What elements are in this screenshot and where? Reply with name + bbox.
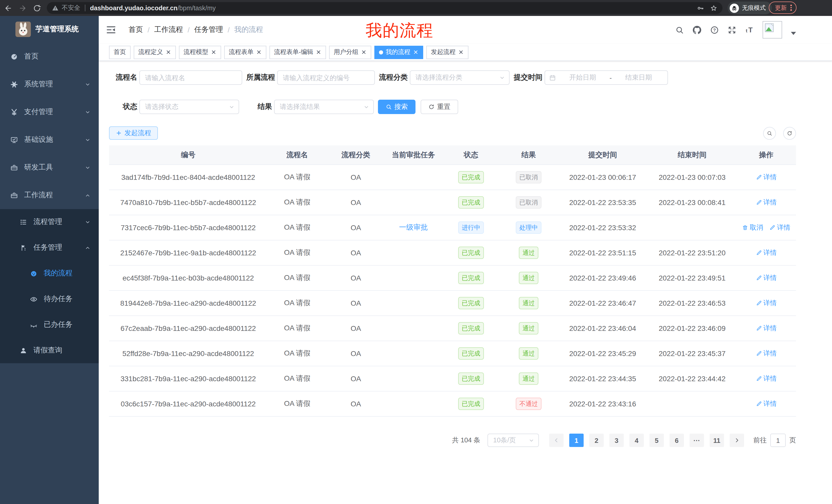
sidebar-menu-item[interactable]: 支付管理	[0, 98, 99, 126]
current-task-link[interactable]: 一级审批	[399, 223, 428, 231]
help-icon[interactable]	[710, 25, 719, 34]
create-process-button[interactable]: 发起流程	[109, 127, 158, 140]
main-area: 首页 / 工作流程 / 任务管理 / 我的流程 我的流程	[99, 16, 832, 504]
detail-action[interactable]: 详情	[756, 173, 777, 182]
status-select[interactable]: 请选择状态	[139, 100, 239, 114]
sidebar-menu-item[interactable]: 已办任务	[0, 312, 99, 338]
table-row: 2152467e-7b9b-11ec-9a1b-acde48001122 OA …	[109, 241, 796, 265]
page-number-button[interactable]: 1	[569, 433, 583, 447]
sidebar-menu-item[interactable]: 任务管理	[0, 235, 99, 260]
address-bar[interactable]: 不安全 dashboard.yudao.iocoder.cn/bpm/task/…	[47, 2, 723, 14]
menu-item-label: 待办任务	[44, 295, 73, 304]
process-name-input[interactable]	[139, 71, 242, 85]
detail-action[interactable]: 详情	[756, 299, 777, 308]
status-badge: 已完成	[458, 196, 484, 208]
close-icon[interactable]	[256, 49, 262, 55]
page-size-select[interactable]: 10条/页	[488, 433, 539, 447]
close-icon[interactable]	[361, 49, 367, 55]
view-tab[interactable]: 流程定义	[134, 46, 176, 59]
breadcrumb-item[interactable]: 任务管理	[194, 25, 223, 34]
page-number-button[interactable]: 4	[629, 433, 644, 447]
menu-item-icon	[10, 136, 18, 144]
sidebar-menu-item[interactable]: 流程管理	[0, 209, 99, 235]
process-definition-input[interactable]	[277, 71, 375, 85]
sidebar-collapse-icon[interactable]	[106, 25, 116, 35]
view-tab[interactable]: 流程表单-编辑	[269, 46, 326, 59]
browser-reload-icon[interactable]	[33, 4, 41, 12]
bookmark-star-icon[interactable]	[710, 4, 717, 11]
goto-page-input[interactable]	[770, 433, 786, 447]
github-icon[interactable]	[693, 25, 701, 34]
cell-process-category: OA	[327, 374, 385, 383]
fullscreen-icon[interactable]	[728, 25, 736, 34]
arrow-left-icon	[553, 437, 560, 443]
page-number-button[interactable]: 3	[609, 433, 624, 447]
sidebar-menu-item[interactable]: 基础设施	[0, 126, 99, 153]
tab-label: 流程定义	[138, 48, 163, 57]
avatar-dropdown-icon[interactable]	[791, 32, 796, 35]
reset-button[interactable]: 重置	[421, 100, 458, 114]
sidebar-menu-item[interactable]: 请假查询	[0, 338, 99, 363]
page-number-button[interactable]: 5	[649, 433, 664, 447]
breadcrumb-item[interactable]: 工作流程	[154, 25, 183, 34]
start-date-placeholder[interactable]: 开始日期	[558, 73, 607, 82]
detail-action[interactable]: 详情	[769, 223, 790, 232]
password-key-icon[interactable]	[697, 4, 704, 11]
submit-time-range-picker[interactable]: 开始日期 - 结束日期	[545, 71, 668, 85]
pen-icon	[756, 300, 762, 306]
select-placeholder: 请选择流结果	[280, 102, 320, 111]
show-search-button[interactable]	[763, 127, 776, 139]
sidebar-menu-item[interactable]: 我的流程	[0, 260, 99, 286]
close-icon[interactable]	[413, 49, 419, 55]
end-date-placeholder[interactable]: 结束日期	[614, 73, 663, 82]
font-size-icon[interactable]	[745, 25, 754, 34]
view-tab[interactable]: 发起流程	[426, 46, 468, 59]
detail-action[interactable]: 详情	[756, 324, 777, 333]
close-icon[interactable]	[458, 49, 464, 55]
detail-action[interactable]: 详情	[756, 248, 777, 257]
sidebar-menu-item[interactable]: 工作流程	[0, 181, 99, 209]
view-tab[interactable]: 流程模型	[179, 46, 221, 59]
search-button[interactable]: 搜索	[378, 100, 415, 114]
search-icon[interactable]	[675, 25, 684, 34]
detail-action[interactable]: 详情	[756, 198, 777, 207]
view-tab[interactable]: 首页	[109, 46, 131, 59]
result-select[interactable]: 请选择流结果	[274, 100, 374, 114]
breadcrumb-item[interactable]: 首页	[129, 25, 143, 34]
sidebar-menu-item[interactable]: 研发工具	[0, 153, 99, 181]
sidebar-menu-item[interactable]: 首页	[0, 43, 99, 71]
close-icon[interactable]	[316, 49, 321, 55]
next-page-button[interactable]	[730, 433, 744, 447]
page-number-button[interactable]: ···	[690, 433, 704, 447]
page-number-button[interactable]: 2	[589, 433, 604, 447]
app-logo[interactable]: 芋道管理系统	[0, 16, 99, 43]
cancel-action[interactable]: 取消	[742, 223, 763, 232]
page-number-button[interactable]: 6	[670, 433, 684, 447]
menu-item-icon	[20, 346, 27, 354]
browser-menu-icon[interactable]	[790, 5, 791, 11]
close-icon[interactable]	[165, 49, 171, 55]
detail-action[interactable]: 详情	[756, 273, 777, 283]
close-icon[interactable]	[211, 49, 216, 55]
detail-action[interactable]: 详情	[756, 349, 777, 358]
sidebar-menu-item[interactable]: 待办任务	[0, 286, 99, 312]
chevron-icon	[85, 192, 90, 198]
refresh-table-button[interactable]	[783, 127, 796, 139]
page-number-button[interactable]: 11	[710, 433, 724, 447]
process-category-select[interactable]: 请选择流程分类	[410, 71, 510, 85]
detail-action[interactable]: 详情	[756, 374, 777, 383]
table-column-header: 结果	[500, 150, 557, 160]
sidebar-menu-item[interactable]: 系统管理	[0, 71, 99, 98]
detail-action[interactable]: 详情	[756, 399, 777, 409]
view-tab[interactable]: 我的流程	[374, 46, 423, 59]
view-tab[interactable]: 流程表单	[224, 46, 266, 59]
prev-page-button[interactable]	[549, 433, 564, 447]
breadcrumb-item[interactable]: 我的流程	[234, 25, 263, 34]
plus-icon	[116, 130, 122, 136]
browser-forward-icon[interactable]	[19, 4, 27, 12]
avatar[interactable]	[762, 21, 782, 38]
browser-update-button[interactable]: 更新	[769, 2, 796, 14]
browser-back-icon[interactable]	[4, 4, 12, 12]
table-column-header: 结束时间	[648, 150, 736, 160]
view-tab[interactable]: 用户分组	[329, 46, 371, 59]
